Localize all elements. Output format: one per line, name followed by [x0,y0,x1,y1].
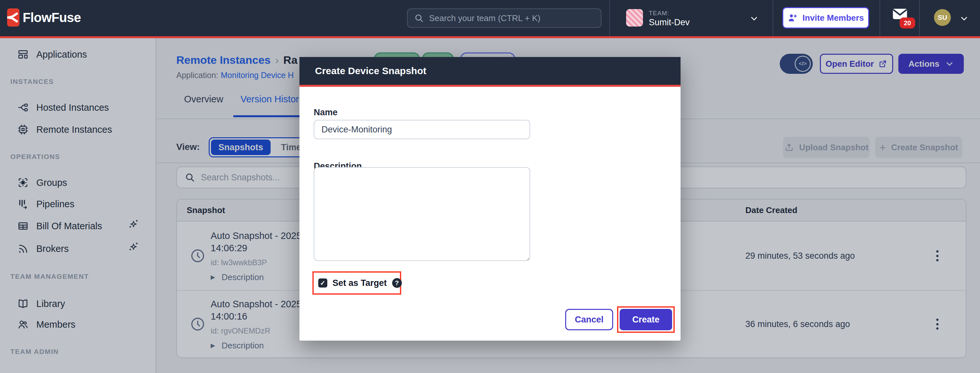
modal-header: Create Device Snapshot [299,57,681,87]
navbar-divider [773,0,773,36]
user-plus-icon [788,13,798,23]
description-textarea[interactable] [314,167,530,261]
help-icon[interactable]: ? [392,278,402,288]
notifications-button[interactable]: 20 [892,8,916,29]
flowfuse-logo-icon[interactable] [7,8,19,27]
create-button[interactable]: Create [620,309,672,330]
team-name[interactable]: Sumit-Dev [649,17,690,27]
team-chevron-down-icon[interactable] [750,14,758,23]
team-search-box[interactable] [407,8,601,28]
modal-title: Create Device Snapshot [315,65,426,76]
team-label: TEAM: [649,10,669,17]
flowfuse-app: FlowFuse TEAM: Sumit-Dev Invite Members … [0,0,980,373]
search-icon [414,13,424,23]
top-navbar: FlowFuse TEAM: Sumit-Dev Invite Members … [0,0,980,36]
set-as-target-label: Set as Target [332,278,387,288]
set-as-target-annotation: ✓ Set as Target ? [312,271,401,295]
invite-members-button[interactable]: Invite Members [782,7,869,29]
navbar-divider [880,0,880,36]
cancel-button[interactable]: Cancel [565,309,613,330]
invite-members-label: Invite Members [802,13,864,23]
team-search-input[interactable] [429,13,585,23]
navbar-divider [919,0,920,36]
user-menu-chevron-down-icon[interactable] [960,14,968,23]
create-button-annotation: Create [617,306,675,333]
name-label: Name [314,108,338,117]
user-avatar[interactable]: SU [934,9,951,26]
create-device-snapshot-modal: Create Device Snapshot Name Description … [299,57,681,341]
navbar-divider [609,0,610,36]
name-input[interactable] [314,120,530,139]
set-as-target-checkbox[interactable]: ✓ [318,278,327,287]
notification-count-badge: 20 [900,17,915,29]
brand-title: FlowFuse [23,10,81,25]
team-avatar[interactable] [626,9,643,27]
